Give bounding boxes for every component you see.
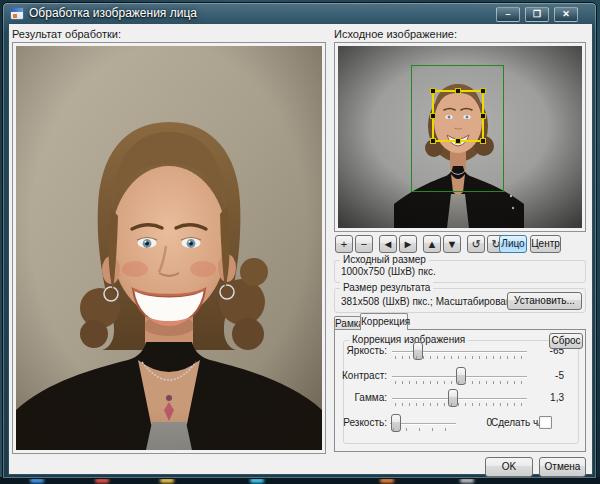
sharpness-value: 0 (476, 417, 492, 428)
result-size-label: Размер результата (340, 282, 433, 293)
correction-tab-page: Коррекция изображения Сброс Яркость: -65… (334, 329, 586, 452)
slider-groove[interactable] (392, 398, 527, 400)
resize-handle[interactable] (430, 88, 436, 94)
contrast-slider-row: Контраст: -5 (335, 367, 585, 387)
rotate-ccw-button[interactable]: ↺ (467, 235, 485, 253)
gamma-slider[interactable] (392, 389, 527, 409)
move-right-button[interactable]: ► (399, 235, 417, 253)
source-label: Исходное изображение: (334, 28, 457, 40)
result-photo (16, 46, 322, 450)
brightness-slider-row: Яркость: -65 (335, 342, 585, 362)
source-size-group: Исходный размер 1000x750 (ШхВ) пкс. (334, 260, 586, 283)
image-nav-toolbar: +−◄►▲▼↺↻ (335, 235, 505, 253)
contrast-label: Контраст: (337, 370, 387, 381)
window-title: Обработка изображения лица (29, 6, 197, 20)
sharpness-slider[interactable] (390, 414, 456, 434)
title-bar[interactable]: Обработка изображения лица – ❐ ✕ (3, 3, 596, 23)
close-button[interactable]: ✕ (554, 7, 578, 22)
move-up-button[interactable]: ▲ (423, 235, 441, 253)
source-size-label: Исходный размер (340, 254, 429, 265)
result-label: Результат обработки: (12, 28, 121, 40)
gamma-label: Гамма: (337, 392, 387, 403)
maximize-button[interactable]: ❐ (525, 7, 549, 22)
brightness-slider[interactable] (392, 342, 527, 362)
face-selection-rectangle[interactable] (432, 90, 484, 142)
move-left-button[interactable]: ◄ (379, 235, 397, 253)
slider-ticks (395, 356, 524, 359)
zoom-out-button[interactable]: − (355, 235, 373, 253)
brightness-label: Яркость: (337, 345, 387, 356)
resize-handle[interactable] (455, 88, 461, 94)
source-photo[interactable] (338, 46, 582, 228)
result-portrait-image (16, 46, 322, 450)
dialog-window: Обработка изображения лица – ❐ ✕ Результ… (2, 2, 597, 479)
face-button[interactable]: Лицо (499, 235, 527, 253)
source-size-value: 1000x750 (ШхВ) пкс. (341, 266, 436, 277)
minimize-button[interactable]: – (496, 7, 520, 22)
gamma-slider-row: Гамма: 1,3 (335, 389, 585, 409)
resize-handle[interactable] (480, 138, 486, 144)
source-photo-frame (334, 42, 586, 232)
contrast-value: -5 (538, 370, 564, 381)
center-button[interactable]: Центр (530, 235, 561, 253)
bw-checkbox[interactable] (539, 416, 552, 429)
contrast-slider[interactable] (392, 367, 527, 387)
resize-handle[interactable] (430, 138, 436, 144)
resize-handle[interactable] (480, 113, 486, 119)
gamma-value: 1,3 (538, 392, 564, 403)
reset-button[interactable]: Сброс (549, 333, 583, 349)
slider-ticks (395, 403, 524, 406)
tab-frame[interactable]: Рамка (334, 316, 361, 330)
app-icon (10, 7, 24, 20)
slider-ticks (395, 381, 524, 384)
zoom-in-button[interactable]: + (335, 235, 353, 253)
resize-handle[interactable] (480, 88, 486, 94)
result-size-group: Размер результата 381x508 (ШхВ) пкс.; Ма… (334, 288, 586, 313)
slider-ticks (393, 428, 453, 431)
sharpness-label: Резкость: (337, 417, 387, 428)
cancel-button[interactable]: Отмена (539, 457, 586, 477)
resize-handle[interactable] (430, 113, 436, 119)
sharpness-slider-row: Резкость: 0 Сделать ч/б: (335, 414, 585, 434)
tab-correction[interactable]: Коррекция (360, 313, 408, 330)
result-photo-frame (12, 42, 326, 454)
resize-handle[interactable] (455, 138, 461, 144)
move-down-button[interactable]: ▼ (443, 235, 461, 253)
ok-button[interactable]: OK (485, 457, 533, 477)
set-size-button[interactable]: Установить... (507, 292, 582, 310)
